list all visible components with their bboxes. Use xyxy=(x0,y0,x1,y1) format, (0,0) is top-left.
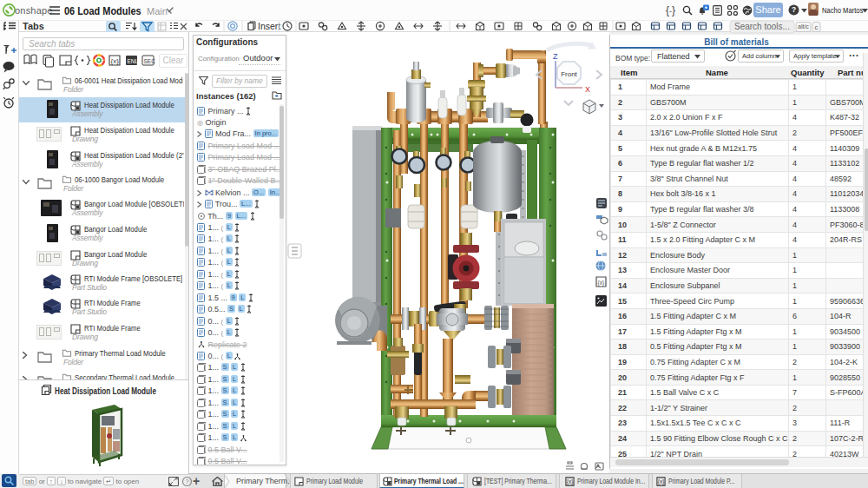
svg-text:?: ? xyxy=(185,478,188,485)
svg-text:Insert: Insert xyxy=(258,21,280,31)
svg-text:{x}: {x} xyxy=(567,478,574,485)
svg-text:?: ? xyxy=(792,5,796,14)
svg-text:alt/c: alt/c xyxy=(798,23,809,30)
svg-text:Z: Z xyxy=(553,52,558,61)
svg-text:Tabs: Tabs xyxy=(23,21,44,31)
svg-text:{x}: {x} xyxy=(658,478,665,485)
svg-text:ENL: ENL xyxy=(128,58,139,64)
svg-text:X: X xyxy=(585,85,590,94)
svg-text:Front: Front xyxy=(561,70,577,78)
svg-text:{x}: {x} xyxy=(598,280,605,287)
svg-text:{x}: {x} xyxy=(111,57,120,65)
svg-text:c: c xyxy=(815,23,819,31)
svg-text:SEC: SEC xyxy=(144,58,156,64)
svg-text:Search tools...: Search tools... xyxy=(734,22,790,31)
